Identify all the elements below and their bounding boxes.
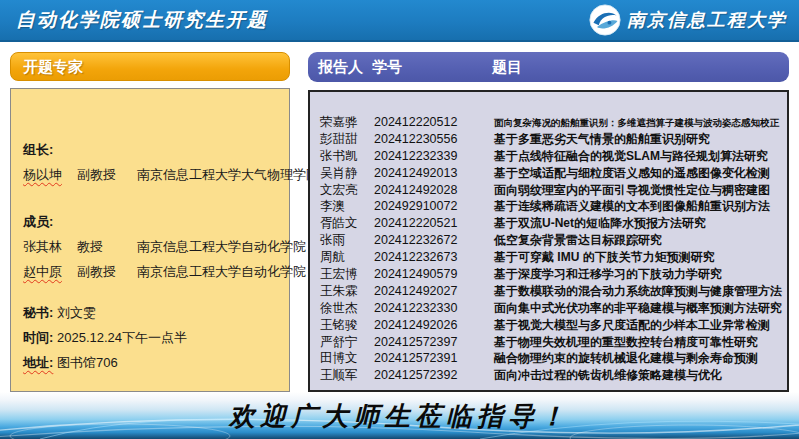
- university-name: 南京信息工程大学: [627, 8, 787, 32]
- leader-row: 杨以坤 副教授 南京信息工程大学大气物理学院: [23, 162, 279, 187]
- table-row: 文宏亮 202412492028 面向弱纹理室内的平面引导视觉惯性定位与稠密建图: [320, 182, 779, 199]
- reporter-name: 张雨: [320, 232, 374, 249]
- welcome-banner: 欢迎广大师生莅临指导！: [0, 392, 799, 439]
- thesis-title: 基于连续稀疏语义建模的文本到图像船舶重识别方法: [490, 198, 779, 215]
- table-row: 田博文 202412572391 融合物理约束的旋转机械退化建模与剩余寿命预测: [320, 350, 779, 367]
- member-affiliation: 南京信息工程大学自动化学院: [137, 259, 306, 284]
- secretary-line: 秘书: 刘文雯: [23, 300, 279, 325]
- thesis-title: 面向复杂海况的船舶重识别：多维遮挡算子建模与波动姿态感知校正: [490, 117, 779, 130]
- student-id: 202412492013: [374, 166, 490, 180]
- members-label: 成员:: [23, 209, 279, 234]
- slide: 自动化学院硕士研究生开题 南京信息工程大学 开题专家 组长: 杨以坤 副教授 南…: [0, 0, 799, 439]
- location-line: 地址: 图书馆706: [23, 350, 279, 375]
- reporter-name: 田博文: [320, 350, 374, 367]
- leader-name: 杨以坤: [23, 162, 77, 187]
- secretary-name: 刘文雯: [57, 305, 96, 320]
- member-name: 张其林: [23, 234, 77, 259]
- table-row: 张雨 202412232672 低空复杂背景雷达目标跟踪研究: [320, 232, 779, 249]
- time-label: 时间:: [23, 330, 53, 345]
- reporter-name: 徐世杰: [320, 300, 374, 317]
- thesis-title: 低空复杂背景雷达目标跟踪研究: [490, 232, 779, 249]
- time-line: 时间: 2025.12.24下午一点半: [23, 325, 279, 350]
- student-id: 202412492027: [374, 284, 490, 298]
- experts-panel-title: 开题专家: [10, 52, 290, 81]
- thesis-title: 基于深度学习和迁移学习的下肢动力学研究: [490, 266, 779, 283]
- student-id: 202412490579: [374, 267, 490, 281]
- student-id: 202412492026: [374, 318, 490, 332]
- student-id: 202412232330: [374, 301, 490, 315]
- member-title: 教授: [77, 234, 137, 259]
- reporter-name: 胥皓文: [320, 215, 374, 232]
- student-id: 202412232673: [374, 250, 490, 264]
- page-title: 自动化学院硕士研究生开题: [16, 7, 268, 33]
- thesis-title: 面向冲击过程的铣齿机维修策略建模与优化: [490, 367, 779, 384]
- member-affiliation: 南京信息工程大学自动化学院: [137, 234, 306, 259]
- student-id: 202492910072: [374, 199, 490, 213]
- leader-label: 组长:: [23, 137, 279, 162]
- reporter-name: 彭甜甜: [320, 131, 374, 148]
- reporter-name: 严舒宁: [320, 334, 374, 351]
- student-id: 202412572397: [374, 335, 490, 349]
- thesis-title: 基于点线特征融合的视觉SLAM与路径规划算法研究: [490, 148, 779, 165]
- reporter-name: 王顺军: [320, 367, 374, 384]
- reporter-name: 荣嘉骅: [320, 114, 374, 131]
- university-logo-icon: [589, 4, 621, 36]
- table-row: 彭甜甜 202412230556 基于多重恶劣天气情景的船舶重识别研究: [320, 131, 779, 148]
- thesis-title: 基于数模联动的混合动力系统故障预测与健康管理方法: [490, 283, 782, 300]
- table-row: 王顺军 202412572392 面向冲击过程的铣齿机维修策略建模与优化: [320, 367, 779, 384]
- member-row: 张其林 教授 南京信息工程大学自动化学院: [23, 234, 279, 259]
- reporter-name: 王铭骏: [320, 317, 374, 334]
- schedule-header: 报告人 学号 题目: [308, 52, 789, 82]
- column-student-id: 学号: [372, 58, 488, 77]
- student-id: 202412572392: [374, 368, 490, 382]
- table-row: 严舒宁 202412572397 基于物理失效机理的重型数控转台精度可靠性研究: [320, 334, 779, 351]
- member-title: 副教授: [77, 259, 137, 284]
- table-row: 徐世杰 202412232330 面向集中式光伏功率的非平稳建模与概率预测方法研…: [320, 300, 779, 317]
- leader-affiliation: 南京信息工程大学大气物理学院: [137, 162, 319, 187]
- student-id: 202412492028: [374, 183, 490, 197]
- student-id: 202412572391: [374, 351, 490, 365]
- table-row: 王铭骏 202412492026 基于视觉大模型与多尺度适配的少样本工业异常检测: [320, 317, 779, 334]
- thesis-title: 基于双流U-Net的短临降水预报方法研究: [490, 215, 779, 232]
- reporter-name: 王朱霖: [320, 283, 374, 300]
- student-id: 202412220512: [374, 115, 490, 129]
- table-row: 王宏博 202412490579 基于深度学习和迁移学习的下肢动力学研究: [320, 266, 779, 283]
- welcome-text: 欢迎广大师生莅临指导！: [0, 399, 799, 434]
- student-id: 202412230556: [374, 132, 490, 146]
- reporter-name: 文宏亮: [320, 182, 374, 199]
- thesis-title: 融合物理约束的旋转机械退化建模与剩余寿命预测: [490, 350, 779, 367]
- thesis-title: 基于视觉大模型与多尺度适配的少样本工业异常检测: [490, 317, 779, 334]
- reporter-name: 吴肖静: [320, 165, 374, 182]
- reporter-name: 李澳: [320, 198, 374, 215]
- reporter-name: 张书凯: [320, 148, 374, 165]
- experts-panel: 组长: 杨以坤 副教授 南京信息工程大学大气物理学院 成员: 张其林 教授 南京…: [10, 88, 290, 392]
- thesis-title: 基于空域适配与细粒度语义感知的遥感图像变化检测: [490, 165, 779, 182]
- table-row: 李澳 202492910072 基于连续稀疏语义建模的文本到图像船舶重识别方法: [320, 198, 779, 215]
- member-name: 赵中原: [23, 259, 77, 284]
- student-id: 202412232339: [374, 149, 490, 163]
- member-row: 赵中原 副教授 南京信息工程大学自动化学院: [23, 259, 279, 284]
- reporter-name: 周航: [320, 249, 374, 266]
- time-value: 2025.12.24下午一点半: [57, 330, 187, 345]
- thesis-title: 基于可穿戴 IMU 的下肢关节力矩预测研究: [490, 249, 779, 266]
- table-row: 胥皓文 202412220521 基于双流U-Net的短临降水预报方法研究: [320, 215, 779, 232]
- reporter-name: 王宏博: [320, 266, 374, 283]
- location-value: 图书馆706: [57, 355, 118, 370]
- table-row: 荣嘉骅 202412220512 面向复杂海况的船舶重识别：多维遮挡算子建模与波…: [320, 114, 779, 131]
- student-id: 202412220521: [374, 216, 490, 230]
- thesis-title: 面向集中式光伏功率的非平稳建模与概率预测方法研究: [490, 300, 782, 317]
- column-topic: 题目: [488, 58, 789, 77]
- table-row: 张书凯 202412232339 基于点线特征融合的视觉SLAM与路径规划算法研…: [320, 148, 779, 165]
- column-reporter: 报告人: [318, 58, 372, 77]
- table-row: 王朱霖 202412492027 基于数模联动的混合动力系统故障预测与健康管理方…: [320, 283, 779, 300]
- location-label: 地址:: [23, 355, 53, 370]
- table-row: 吴肖静 202412492013 基于空域适配与细粒度语义感知的遥感图像变化检测: [320, 165, 779, 182]
- student-id: 202412232672: [374, 233, 490, 247]
- table-row: 周航 202412232673 基于可穿戴 IMU 的下肢关节力矩预测研究: [320, 249, 779, 266]
- secretary-label: 秘书:: [23, 305, 53, 320]
- thesis-title: 面向弱纹理室内的平面引导视觉惯性定位与稠密建图: [490, 182, 779, 199]
- university-brand: 南京信息工程大学: [589, 4, 787, 36]
- thesis-title: 基于物理失效机理的重型数控转台精度可靠性研究: [490, 334, 779, 351]
- leader-title: 副教授: [77, 162, 137, 187]
- schedule-table: 荣嘉骅 202412220512 面向复杂海况的船舶重识别：多维遮挡算子建模与波…: [308, 90, 789, 392]
